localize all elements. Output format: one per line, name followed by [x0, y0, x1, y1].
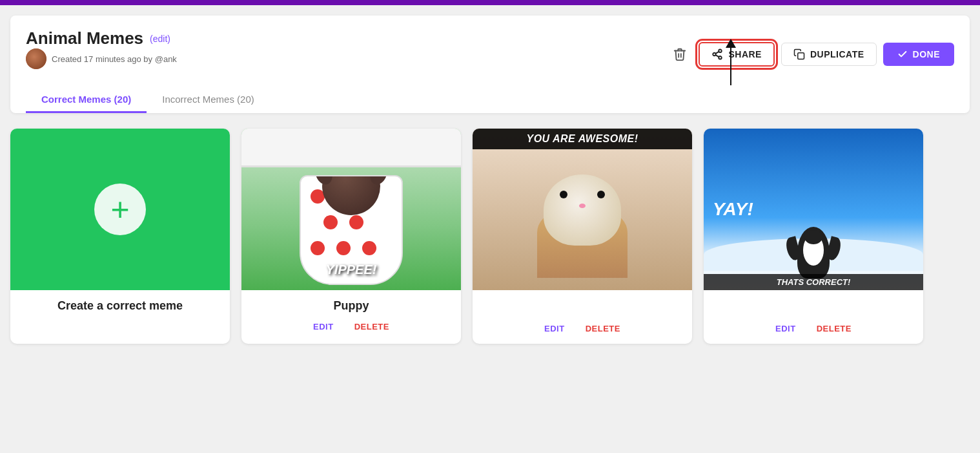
penguin-head — [804, 230, 822, 244]
share-icon — [711, 48, 723, 60]
header-top: Animal Memes (edit) Created 17 minutes a… — [26, 28, 954, 79]
hand-container — [524, 162, 640, 278]
check-icon — [897, 49, 908, 59]
hamster-delete-button[interactable]: DELETE — [586, 324, 620, 333]
delete-button[interactable] — [668, 42, 692, 67]
eye-left — [560, 191, 567, 198]
fence-bg — [241, 129, 461, 167]
create-meme-card[interactable]: + Create a correct meme — [10, 129, 230, 344]
hamster-top-text: YOU ARE AWESOME! — [473, 129, 692, 149]
penguin-figure — [797, 227, 830, 279]
puppy-head — [322, 175, 380, 215]
tab-incorrect-memes[interactable]: Incorrect Memes (20) — [147, 87, 270, 113]
header-card: Animal Memes (edit) Created 17 minutes a… — [10, 16, 970, 113]
creator-text: Created 17 minutes ago by @ank — [52, 54, 177, 64]
title-row: Animal Memes (edit) — [26, 28, 177, 48]
eye-right — [597, 191, 605, 198]
top-bar — [0, 0, 980, 5]
yippee-text: YIPPEE! — [301, 262, 402, 277]
svg-line-4 — [716, 51, 719, 53]
create-meme-label: Create a correct meme — [57, 299, 183, 313]
penguin-meme-card: YAY! THATS CORRECT! EDIT DELETE — [704, 129, 923, 344]
penguin-body — [797, 227, 830, 279]
dot4 — [323, 215, 338, 229]
yay-text: YAY! — [704, 194, 762, 225]
ear-left — [312, 175, 335, 187]
puppy-delete-button[interactable]: DELETE — [354, 322, 389, 332]
puppy-meme-card: YIPPEE! Puppy EDIT DELETE — [241, 129, 461, 344]
hamster-actions: EDIT DELETE — [544, 324, 620, 333]
nose — [579, 204, 586, 208]
hamster-body-area — [473, 149, 692, 290]
penguin-delete-button[interactable]: DELETE — [817, 324, 852, 333]
edit-link[interactable]: (edit) — [150, 34, 170, 44]
plus-icon: + — [110, 193, 129, 226]
puppy-actions: EDIT DELETE — [313, 322, 389, 332]
penguin-bottom-text: THATS CORRECT! — [704, 274, 923, 290]
hamster-edit-button[interactable]: EDIT — [544, 324, 565, 333]
hamster-image-area: YOU ARE AWESOME! — [473, 129, 692, 290]
dot5 — [349, 215, 363, 229]
tab-correct-memes[interactable]: Correct Memes (20) — [26, 87, 147, 113]
content-area: + Create a correct meme — [0, 113, 980, 359]
penguin-edit-button[interactable]: EDIT — [775, 324, 796, 333]
tabs-row: Correct Memes (20) Incorrect Memes (20) — [26, 87, 954, 113]
duplicate-button[interactable]: DUPLICATE — [781, 43, 877, 66]
share-label: SHARE — [728, 49, 762, 59]
duplicate-icon — [793, 48, 805, 60]
penguin-actions: EDIT DELETE — [775, 324, 852, 333]
puppy-edit-button[interactable]: EDIT — [313, 322, 334, 332]
avatar — [26, 48, 46, 69]
ear-right — [367, 175, 390, 187]
title-section: Animal Memes (edit) Created 17 minutes a… — [26, 28, 177, 79]
trash-icon — [673, 47, 687, 61]
action-buttons: SHARE DUPLICATE DONE — [668, 42, 954, 67]
cup-container: YIPPEE! — [300, 175, 403, 285]
hamster-meme-card: YOU ARE AWESOME! EDIT D — [473, 129, 692, 344]
share-button[interactable]: SHARE — [699, 42, 775, 67]
avatar-image — [26, 48, 46, 69]
done-button[interactable]: DONE — [883, 43, 954, 66]
puppy-label: Puppy — [333, 299, 369, 313]
hamster-body — [544, 174, 621, 246]
dot6 — [311, 241, 325, 255]
duplicate-label: DUPLICATE — [810, 49, 864, 59]
penguin-image-area: YAY! THATS CORRECT! — [704, 129, 923, 290]
creator-row: Created 17 minutes ago by @ank — [26, 48, 177, 69]
svg-rect-5 — [798, 52, 804, 59]
cup-body: YIPPEE! — [300, 175, 403, 285]
svg-line-3 — [716, 55, 719, 57]
puppy-image-area: YIPPEE! — [241, 129, 461, 290]
page-title: Animal Memes — [26, 28, 143, 48]
dot8 — [362, 241, 376, 255]
dot7 — [336, 241, 351, 255]
create-meme-image-area[interactable]: + — [10, 129, 230, 290]
plus-circle: + — [94, 184, 146, 235]
done-label: DONE — [913, 49, 940, 59]
